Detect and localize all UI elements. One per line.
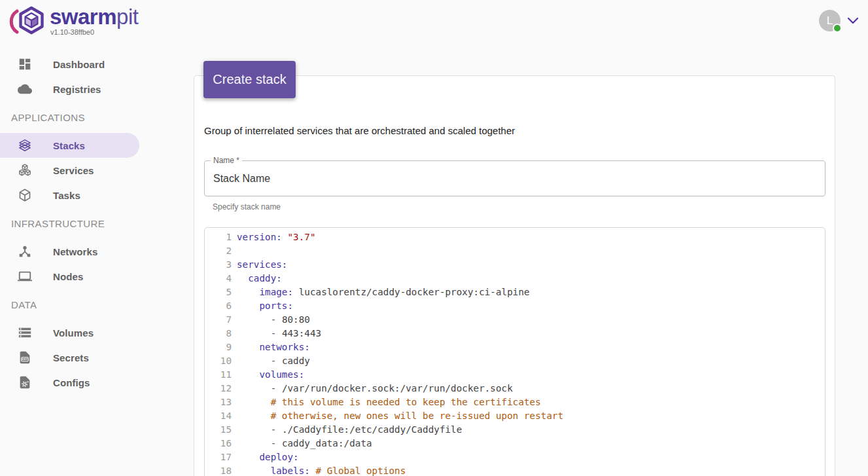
sidebar-item-label: Services [53,165,94,176]
sidebar-item-registries[interactable]: Registries [0,77,157,101]
sidebar: Dashboard Registries APPLICATIONS Stacks… [0,44,157,395]
create-stack-button[interactable]: Create stack [203,61,296,98]
laptop-icon [18,269,32,284]
app-header: swarmpit v1.10-38ffbe0 L [0,0,868,44]
sidebar-item-secrets[interactable]: KEY Secrets [0,345,157,370]
sidebar-item-label: Tasks [53,190,80,201]
stack-description: Group of interrelated services that are … [204,125,515,136]
sidebar-item-networks[interactable]: Networks [0,239,157,264]
sidebar-item-nodes[interactable]: Nodes [0,264,157,289]
dashboard-icon [18,57,32,71]
sidebar-item-label: Nodes [53,271,83,282]
brand[interactable]: swarmpit v1.10-38ffbe0 [8,5,138,38]
stack-name-input[interactable] [213,162,815,195]
avatar-letter: L [827,14,833,27]
sidebar-item-label: Volumes [53,327,94,339]
storage-icon [18,325,32,340]
network-hub-icon [18,244,32,259]
name-field-helper: Specify stack name [213,202,281,211]
create-stack-card: Group of interrelated services that are … [194,75,835,476]
sidebar-item-dashboard[interactable]: Dashboard [0,52,157,77]
sidebar-item-label: Dashboard [53,59,105,70]
sidebar-item-volumes[interactable]: Volumes [0,320,157,345]
sidebar-item-services[interactable]: Services [0,158,157,183]
sidebar-item-stacks[interactable]: Stacks [0,133,139,158]
swarmpit-logo-icon [8,5,46,38]
sidebar-section-data: DATA [0,294,157,315]
sidebar-item-label: Registries [53,84,101,95]
sidebar-item-label: Configs [53,377,90,388]
code-editor[interactable]: 1version: "3.7"2 3services:4 caddy:5 ima… [204,227,825,476]
sidebar-item-label: Networks [53,246,97,257]
sidebar-section-applications: APPLICATIONS [0,107,157,128]
sidebar-item-tasks[interactable]: Tasks [0,183,157,208]
sidebar-item-label: Stacks [53,140,85,151]
svg-text:KEY: KEY [22,357,27,361]
cloud-icon [18,82,32,96]
sidebar-section-infrastructure: INFRASTRUCTURE [0,213,157,234]
sidebar-item-configs[interactable]: Configs [0,370,157,395]
cube-icon [18,188,32,202]
brand-name: swarmpit [50,5,138,29]
gear-file-icon [18,375,32,390]
online-status-dot [833,24,842,33]
stacks-icon [18,138,32,153]
version-label: v1.10-38ffbe0 [50,28,138,36]
cubes-icon [18,163,32,177]
sidebar-item-label: Secrets [53,352,89,363]
chevron-down-icon[interactable] [847,17,859,24]
name-field: Name * [204,160,825,196]
user-menu[interactable]: L [819,10,859,31]
code-editor-lines: 1version: "3.7"2 3services:4 caddy:5 ima… [205,230,825,476]
key-file-icon: KEY [18,350,32,365]
avatar[interactable]: L [819,10,841,31]
